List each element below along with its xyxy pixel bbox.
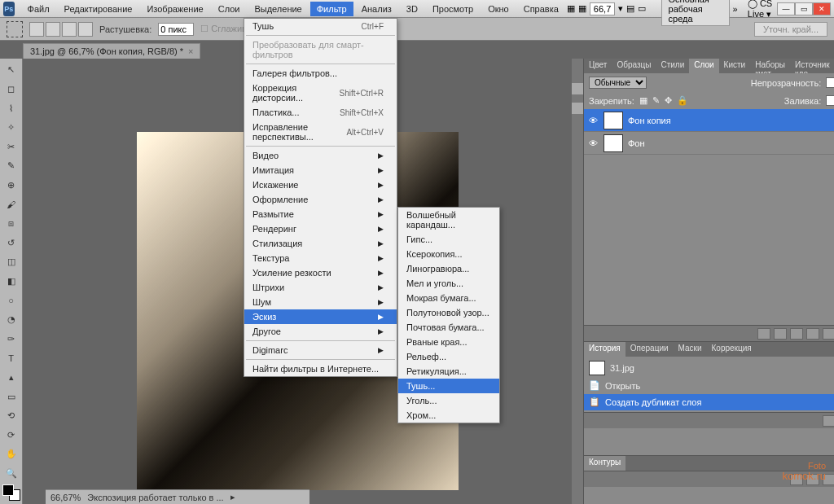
sketch-item[interactable]: Почтовая бумага... xyxy=(398,320,499,335)
selection-add-icon[interactable] xyxy=(46,22,60,37)
filter-convert-smart[interactable]: Преобразовать для смарт-фильтров xyxy=(244,37,397,62)
sketch-item[interactable]: Рваные края... xyxy=(398,335,499,349)
shape-tool-icon[interactable]: ▭ xyxy=(2,388,20,405)
opacity-input[interactable] xyxy=(826,77,834,88)
filter-group-pixelate[interactable]: Оформление▶ xyxy=(244,192,397,207)
new-group-icon[interactable] xyxy=(823,328,834,340)
filter-lens[interactable]: Коррекция дисторсии...Shift+Ctrl+R xyxy=(244,81,397,105)
eyedropper-tool-icon[interactable]: ✎ xyxy=(2,158,20,174)
history-snapshot[interactable]: 31.jpg xyxy=(584,358,834,378)
tab-adjustments[interactable]: Коррекция xyxy=(707,342,757,357)
history-step[interactable]: 📄 Открыть xyxy=(584,378,834,394)
launch-minibridge-icon[interactable]: ▦ xyxy=(578,3,586,14)
tab-actions[interactable]: Операции xyxy=(626,342,674,357)
menu-select[interactable]: Выделение xyxy=(248,2,308,16)
pen-tool-icon[interactable]: ✑ xyxy=(2,331,20,348)
filter-group-stylize[interactable]: Стилизация▶ xyxy=(244,236,397,251)
filter-group-noise[interactable]: Шум▶ xyxy=(244,295,397,309)
crop-tool-icon[interactable]: ✂ xyxy=(2,138,20,155)
filter-group-other[interactable]: Другое▶ xyxy=(244,324,397,339)
minimize-button[interactable]: — xyxy=(777,2,795,15)
fill-input[interactable] xyxy=(826,95,834,106)
sketch-item[interactable]: Линогравюра... xyxy=(398,261,499,276)
menu-help[interactable]: Справка xyxy=(517,2,565,16)
cslive-button[interactable]: ◯ CS Live ▾ xyxy=(748,0,774,20)
filter-browse-online[interactable]: Найти фильтры в Интернете... xyxy=(244,362,397,376)
dodge-tool-icon[interactable]: ◔ xyxy=(2,312,20,328)
type-tool-icon[interactable]: T xyxy=(2,350,20,366)
filter-gallery[interactable]: Галерея фильтров... xyxy=(244,66,397,81)
tab-masks[interactable]: Маски xyxy=(674,342,707,357)
collapsed-panel-icon[interactable] xyxy=(572,83,583,94)
visibility-icon[interactable]: 👁 xyxy=(587,138,599,149)
launch-bridge-icon[interactable]: ▦ xyxy=(567,3,575,14)
workspace-more-icon[interactable]: » xyxy=(733,4,738,14)
filter-liquify[interactable]: Пластика...Shift+Ctrl+X xyxy=(244,105,397,120)
tab-color[interactable]: Цвет xyxy=(584,59,612,73)
arrange-icon[interactable]: ▤ xyxy=(626,3,634,14)
marquee-tool-icon[interactable]: ◻ xyxy=(2,81,20,98)
close-tab-icon[interactable]: × xyxy=(188,46,193,56)
lock-position-icon[interactable]: ✥ xyxy=(665,95,672,106)
current-tool-icon[interactable] xyxy=(7,21,23,37)
sketch-item[interactable]: Полутоновой узор... xyxy=(398,305,499,320)
menu-filter[interactable]: Фильтр xyxy=(310,2,353,16)
path-select-icon[interactable]: ▴ xyxy=(2,370,20,386)
sketch-item[interactable]: Ксерокопия... xyxy=(398,247,499,261)
layer-thumb[interactable] xyxy=(604,112,623,129)
brush-tool-icon[interactable]: 🖌 xyxy=(2,196,20,213)
zoom-field[interactable]: 66,7 xyxy=(590,2,615,15)
layer-mask-icon[interactable] xyxy=(790,328,803,340)
refine-edge-button[interactable]: Уточн. край... xyxy=(754,22,827,37)
menu-edit[interactable]: Редактирование xyxy=(58,2,139,16)
menu-window[interactable]: Окно xyxy=(481,2,516,16)
lock-pixels-icon[interactable]: ✎ xyxy=(652,95,660,106)
tab-swatches[interactable]: Образцы xyxy=(612,59,656,73)
filter-group-sharpen[interactable]: Усиление резкости▶ xyxy=(244,265,397,280)
selection-intersect-icon[interactable] xyxy=(78,22,93,37)
selection-subtract-icon[interactable] xyxy=(62,22,77,37)
filter-group-video[interactable]: Видео▶ xyxy=(244,148,397,163)
menu-layers[interactable]: Слои xyxy=(212,2,247,16)
collapsed-panel-icon[interactable] xyxy=(572,103,583,114)
quick-select-tool-icon[interactable]: ✧ xyxy=(2,120,20,136)
lock-transparent-icon[interactable]: ▦ xyxy=(639,95,647,106)
status-info[interactable]: Экспозиция работает только в ... xyxy=(87,493,223,502)
close-button[interactable]: ✕ xyxy=(813,2,831,15)
tab-brushpresets[interactable]: Наборы кист xyxy=(750,59,790,73)
filter-group-artistic[interactable]: Имитация▶ xyxy=(244,163,397,177)
hand-tool-icon[interactable]: ✋ xyxy=(2,446,20,462)
filter-group-render[interactable]: Рендеринг▶ xyxy=(244,221,397,236)
3d-tool-icon[interactable]: ⟲ xyxy=(2,408,20,424)
sketch-item[interactable]: Мокрая бумага... xyxy=(398,291,499,305)
filter-group-distort[interactable]: Искажение▶ xyxy=(244,177,397,192)
3d-camera-icon[interactable]: ⟳ xyxy=(2,427,20,444)
feather-input[interactable] xyxy=(158,23,194,36)
tab-paths[interactable]: Контуры xyxy=(584,456,626,471)
history-brush-icon[interactable]: ↺ xyxy=(2,234,20,251)
filter-group-texture[interactable]: Текстура▶ xyxy=(244,251,397,265)
workspace-switcher[interactable]: Основная рабочая среда xyxy=(661,0,730,26)
status-zoom[interactable]: 66,67% xyxy=(50,493,81,502)
filter-group-blur[interactable]: Размытие▶ xyxy=(244,207,397,221)
gradient-tool-icon[interactable]: ◧ xyxy=(2,274,20,290)
layer-fx-icon[interactable] xyxy=(774,328,787,340)
visibility-icon[interactable]: 👁 xyxy=(587,115,599,126)
menu-file[interactable]: Файл xyxy=(21,2,56,16)
lock-all-icon[interactable]: 🔒 xyxy=(677,95,688,106)
lasso-tool-icon[interactable]: ⌇ xyxy=(2,100,20,116)
blend-mode-select[interactable]: Обычные xyxy=(589,77,647,89)
tab-styles[interactable]: Стили xyxy=(656,59,689,73)
filter-group-brushstrokes[interactable]: Штрихи▶ xyxy=(244,280,397,295)
sketch-item[interactable]: Мел и уголь... xyxy=(398,276,499,291)
filter-digimarc[interactable]: Digimarc▶ xyxy=(244,343,397,357)
layer-thumb[interactable] xyxy=(604,134,623,152)
selection-new-icon[interactable] xyxy=(29,22,44,37)
layer-row[interactable]: 👁 Фон копия xyxy=(584,109,834,132)
document-tab[interactable]: 31.jpg @ 66,7% (Фон копия, RGB/8) * × xyxy=(23,43,200,59)
eraser-tool-icon[interactable]: ◫ xyxy=(2,254,20,270)
sketch-item-ink[interactable]: Тушь... xyxy=(398,379,499,393)
blur-tool-icon[interactable]: ○ xyxy=(2,292,20,309)
menu-analysis[interactable]: Анализ xyxy=(355,2,398,16)
sketch-item[interactable]: Хром... xyxy=(398,408,499,423)
